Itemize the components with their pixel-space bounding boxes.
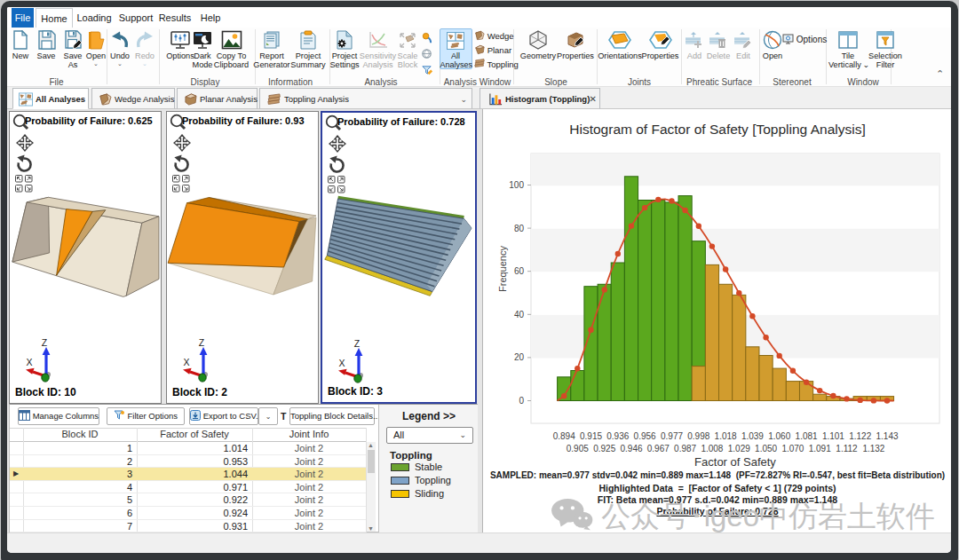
svg-text:1.143: 1.143 <box>876 431 898 441</box>
svg-text:0.956: 0.956 <box>634 431 656 441</box>
svg-text:0: 0 <box>519 396 524 406</box>
svg-text:0.936: 0.936 <box>606 431 629 441</box>
svg-text:40: 40 <box>514 310 525 319</box>
svg-text:20: 20 <box>514 352 525 362</box>
svg-text:0.915: 0.915 <box>580 431 602 441</box>
svg-text:0.977: 0.977 <box>661 431 683 441</box>
svg-text:1.070: 1.070 <box>781 444 804 454</box>
svg-text:1.008: 1.008 <box>701 444 723 454</box>
svg-text:Z: Z <box>354 338 361 349</box>
svg-text:1.018: 1.018 <box>715 431 737 441</box>
svg-text:0.987: 0.987 <box>674 444 696 454</box>
svg-text:0.905: 0.905 <box>567 444 589 454</box>
svg-text:1.112: 1.112 <box>836 444 858 454</box>
svg-text:60: 60 <box>514 266 525 276</box>
svg-text:1.101: 1.101 <box>822 431 844 441</box>
svg-text:80: 80 <box>514 224 525 233</box>
svg-text:1.029: 1.029 <box>728 444 750 454</box>
svg-text:1.060: 1.060 <box>768 431 790 441</box>
svg-text:0.967: 0.967 <box>647 444 670 454</box>
svg-text:0.998: 0.998 <box>687 431 709 441</box>
svg-text:1.081: 1.081 <box>796 431 818 441</box>
svg-text:X: X <box>338 358 345 368</box>
svg-text:Z: Z <box>199 337 205 348</box>
svg-text:1.039: 1.039 <box>741 431 764 441</box>
svg-text:1.132: 1.132 <box>862 444 884 454</box>
svg-text:0.946: 0.946 <box>620 444 642 454</box>
svg-text:1.091: 1.091 <box>809 444 831 454</box>
svg-text:0.925: 0.925 <box>593 444 615 454</box>
svg-text:X: X <box>183 357 189 367</box>
svg-text:X: X <box>26 357 32 367</box>
svg-text:0.894: 0.894 <box>553 431 575 441</box>
svg-text:1.122: 1.122 <box>849 431 871 441</box>
svg-text:1.050: 1.050 <box>755 444 777 454</box>
svg-text:100: 100 <box>509 180 524 190</box>
svg-text:Z: Z <box>42 337 48 348</box>
